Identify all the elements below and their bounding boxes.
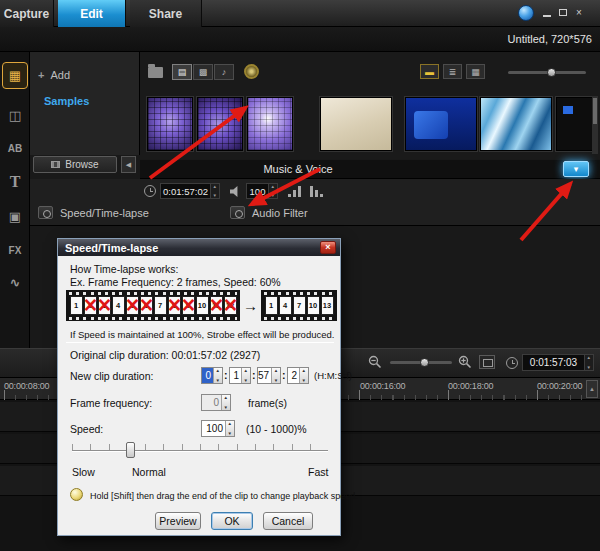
tab-share[interactable]: Share	[130, 0, 202, 27]
tab-edit[interactable]: Edit	[58, 0, 126, 27]
fade-out-icon[interactable]	[310, 186, 324, 197]
add-folder-button[interactable]: + Add	[38, 69, 70, 81]
grid-view-icon: ▦	[471, 67, 480, 77]
path-icon: ∿	[10, 275, 21, 290]
restore-button[interactable]	[556, 6, 570, 19]
thumbnail-purple-mosaic-2[interactable]	[197, 97, 243, 151]
volume-spinner[interactable]	[268, 184, 277, 198]
help-orb-icon[interactable]	[518, 5, 534, 21]
minimize-button[interactable]	[540, 6, 554, 19]
timecode-spinner[interactable]	[584, 355, 593, 370]
thumbnail-dark-clip[interactable]	[556, 97, 594, 151]
frame-cell-removed: 6	[140, 296, 153, 315]
frame-cell: 1	[265, 296, 278, 315]
view-grid-button[interactable]: ▦	[466, 64, 485, 79]
clip-duration-field[interactable]: 0:01:57:02	[160, 183, 220, 199]
ok-button[interactable]: OK	[211, 512, 253, 530]
thumbnail-blue-streak-clip[interactable]	[480, 97, 552, 151]
new-clip-frames-spinner[interactable]: 2	[287, 367, 309, 384]
frame-cell-removed: 11	[210, 296, 223, 315]
sidebar-item-media[interactable]: ▦	[2, 62, 28, 89]
options-expand-button[interactable]: ▾	[563, 161, 589, 177]
audio-filter-icon	[230, 206, 245, 219]
dialog-titlebar[interactable]: Speed/Time-lapse	[58, 239, 340, 256]
audio-filter-button[interactable]: Audio Filter	[230, 206, 308, 219]
time-separator: :	[282, 369, 286, 381]
spinner-arrows[interactable]	[225, 421, 234, 436]
spinner-arrows[interactable]	[213, 368, 222, 383]
speed-timelapse-icon	[38, 206, 53, 219]
spinner-arrows[interactable]	[221, 395, 230, 410]
sidebar-item-path[interactable]: ∿	[2, 269, 28, 296]
ruler-scroll-button[interactable]: ▲	[586, 380, 598, 398]
view-list-button[interactable]: ≣	[443, 64, 462, 79]
frame-cell: 4	[112, 296, 125, 315]
frame-cell: 7	[154, 296, 167, 315]
sidebar-item-title[interactable]: T	[2, 168, 28, 195]
library-folder-panel: + Add Samples	[30, 52, 140, 155]
clock-icon	[144, 185, 156, 197]
options-panel-header	[140, 160, 600, 179]
new-clip-units: (H:M:S:f)	[314, 370, 352, 381]
timeline-zoom-knob[interactable]	[420, 358, 429, 367]
film-reel-icon[interactable]	[244, 64, 259, 79]
timeline-timecode-field[interactable]: 0:01:57:03	[522, 354, 594, 371]
speed-timelapse-button[interactable]: Speed/Time-lapse	[38, 206, 149, 219]
timelapse-filmstrip: 1 2 3 4 5 6 7 8 9 10 11 12 → 1 4 7 10 13	[66, 290, 337, 321]
zoom-out-icon[interactable]	[368, 355, 382, 369]
new-clip-seconds-spinner[interactable]: 57	[257, 367, 281, 384]
frame-frequency-spinner[interactable]: 0	[201, 394, 231, 411]
clip-chip	[563, 106, 573, 114]
view-panel-button[interactable]: ▬	[420, 64, 439, 79]
thumbnail-beige-clip[interactable]	[320, 97, 392, 151]
dialog-close-button[interactable]: ×	[320, 241, 336, 254]
speed-spinner[interactable]: 100	[201, 420, 235, 437]
frame-cell: 4	[279, 296, 292, 315]
thumbnail-blue-solid-clip[interactable]	[405, 97, 477, 151]
original-duration: Original clip duration: 00:01:57:02 (292…	[70, 349, 260, 361]
thumbnail-purple-mosaic-1[interactable]	[147, 97, 193, 151]
shift-tip: Hold [Shift] then drag the end of the cl…	[90, 491, 358, 501]
sidebar-item-transition[interactable]: ◫	[2, 102, 28, 129]
duration-spinner[interactable]	[210, 184, 219, 198]
spinner-arrows[interactable]	[271, 368, 280, 383]
thumbnail-violet-sparkle[interactable]	[247, 97, 293, 151]
speed-slider-track[interactable]	[72, 450, 328, 452]
open-folder-icon[interactable]	[148, 67, 163, 78]
ruler-label: 00:00:18:00	[448, 381, 493, 391]
gallery-scroll-thumb[interactable]	[593, 98, 597, 124]
browse-icon	[51, 161, 60, 168]
speed-slider-thumb[interactable]	[126, 442, 135, 458]
spinner-arrows[interactable]	[299, 368, 308, 383]
filter-video-icon: ▤	[178, 67, 187, 77]
zoom-in-icon[interactable]	[458, 355, 472, 369]
filter-photo-button[interactable]: ▩	[193, 64, 213, 80]
sidebar-item-graphic[interactable]: ▣	[2, 203, 28, 230]
lightbulb-icon	[70, 488, 83, 501]
scroll-up-icon: ▲	[589, 386, 595, 392]
new-clip-minutes-spinner[interactable]: 1	[229, 367, 251, 384]
new-clip-hours-spinner[interactable]: 0	[201, 367, 223, 384]
close-button[interactable]: ×	[572, 6, 586, 19]
preview-button[interactable]: Preview	[155, 512, 201, 530]
sidebar-item-filter[interactable]: FX	[2, 237, 28, 264]
gallery-scrollbar[interactable]	[592, 96, 598, 154]
spinner-arrows[interactable]	[241, 368, 250, 383]
browse-button[interactable]: Browse	[33, 156, 117, 173]
filter-video-button[interactable]: ▤	[172, 64, 192, 80]
filter-audio-button[interactable]: ♪	[214, 64, 234, 80]
howto-line2: Ex. Frame Frequency: 2 frames, Speed: 60…	[70, 276, 281, 288]
fit-project-icon[interactable]	[479, 355, 495, 369]
fade-in-icon[interactable]	[288, 186, 302, 197]
close-icon: ×	[576, 7, 582, 18]
collapse-panel-button[interactable]: ◀	[121, 156, 136, 173]
sidebar-item-ab[interactable]: AB	[2, 135, 28, 162]
volume-field[interactable]: 100	[246, 183, 278, 199]
folder-item-samples[interactable]: Samples	[44, 95, 89, 107]
frame-cell-removed: 5	[126, 296, 139, 315]
thumbnail-zoom-knob[interactable]	[547, 68, 556, 77]
frame-frequency-units: frame(s)	[248, 397, 287, 409]
cancel-button[interactable]: Cancel	[263, 512, 313, 530]
tab-capture[interactable]: Capture	[0, 0, 54, 27]
ruler-label: 00:00:08:00	[4, 381, 49, 391]
